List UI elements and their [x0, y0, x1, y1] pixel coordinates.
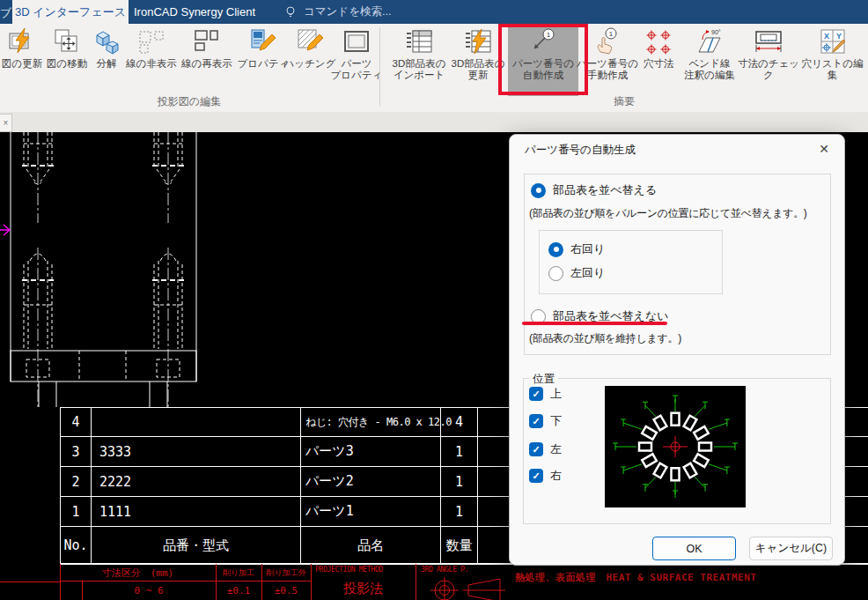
- parts-table-cell: パーツ1: [301, 497, 441, 527]
- hole-list-icon: XY: [819, 27, 847, 56]
- parts-table-cell: パーツ3: [301, 437, 441, 467]
- ribbon-button-explode[interactable]: 分解: [87, 26, 126, 96]
- radio-clockwise-label: 右回り: [570, 241, 605, 257]
- parts-table-cell: 2222: [92, 467, 301, 497]
- tab-3d-interface[interactable]: 3D インターフェース: [12, 0, 129, 24]
- ribbon-button-label: 穴寸法: [644, 58, 674, 70]
- parts-table-header-cell: No.: [61, 527, 92, 564]
- balloon-auto-dialog: パーツ番号の自動生成 ✕ 部品表を並べ替える (部品表の並び順をバルーンの位置に…: [509, 134, 845, 566]
- svg-text:1: 1: [547, 31, 551, 39]
- lightbulb-icon: [283, 5, 298, 19]
- ribbon-button-part-properties[interactable]: パーツ プロパティ: [329, 26, 384, 96]
- ribbon-group-label-projection-edit: 投影図の編集: [0, 94, 379, 110]
- ribbon-button-bend-annotation[interactable]: 90°ベンド線 注釈の編集: [678, 26, 741, 96]
- dimension-check-icon: [754, 27, 783, 56]
- ribbon-button-move-drawing[interactable]: 図の移動: [40, 26, 93, 96]
- checkbox-position-3[interactable]: ✓右: [529, 468, 562, 484]
- parts-table-cell: 1111: [92, 497, 301, 527]
- svg-text:Y: Y: [835, 32, 841, 41]
- parts-table-header-cell: 品名: [301, 527, 441, 564]
- svg-text:1: 1: [609, 30, 614, 38]
- tab-partial[interactable]: ブ: [0, 5, 11, 21]
- parts-table-cell: 2: [61, 467, 92, 497]
- ribbon-button-label: 穴リストの編集: [797, 58, 868, 81]
- ribbon-button-label: 寸法のチェック: [735, 58, 802, 81]
- explode-icon: [92, 27, 121, 56]
- third-angle-label: 3RD ANGLE P.: [421, 566, 468, 574]
- radio-checked-icon: [531, 183, 546, 198]
- checkbox-checked-icon: ✓: [529, 414, 543, 428]
- parts-table-cell: 1: [441, 467, 478, 497]
- parts-table-cell: 4: [441, 408, 478, 437]
- radio-no-sort-label: 部品表を並べ替えない: [553, 308, 669, 324]
- ok-button[interactable]: OK: [652, 537, 736, 560]
- ribbon-button-bom-import[interactable]: 3D部品表の インポート: [386, 26, 452, 96]
- parts-table-header-cell: 品番・型式: [92, 527, 301, 564]
- document-tab-strip: ×: [0, 112, 868, 133]
- tab-ironcad-synergy-client[interactable]: IronCAD Synergy Client: [132, 0, 257, 24]
- ribbon-button-label: 線の再表示: [181, 58, 232, 70]
- ironcad-window: ブ 3D インターフェース IronCAD Synergy Client コマン…: [0, 0, 868, 600]
- dialog-close-icon[interactable]: ✕: [813, 139, 835, 159]
- parts-table-cell: 3: [61, 437, 92, 467]
- parts-table-header-cell: 数量: [441, 527, 478, 564]
- unmachined-tol: ±0.5: [261, 585, 311, 596]
- checkbox-position-2[interactable]: ✓左: [529, 441, 562, 457]
- parts-table-cell: 3333: [92, 437, 301, 467]
- ribbon-button-dimension-check[interactable]: 寸法のチェック: [735, 26, 802, 96]
- parts-table-cell: 4: [61, 408, 92, 437]
- radio-sort-bom[interactable]: 部品表を並べ替える: [531, 182, 657, 198]
- bom-update-icon: [464, 27, 492, 56]
- hole-dimension-icon: [644, 27, 673, 56]
- parts-table-cell: 1: [441, 437, 478, 467]
- radio-clockwise[interactable]: 右回り: [548, 241, 605, 257]
- checkbox-checked-icon: ✓: [529, 442, 543, 456]
- radio-unchecked-icon: [531, 309, 546, 324]
- radio-no-sort[interactable]: 部品表を並べ替えない: [531, 308, 669, 324]
- hatching-icon: [296, 27, 324, 56]
- ribbon: 図の更新図の移動分解線の非表示線の再表示プロパティハッチングパーツ プロパティ3…: [0, 24, 868, 113]
- ribbon-button-label: 図の移動: [47, 58, 87, 70]
- ribbon-button-label: 図の更新: [2, 58, 42, 70]
- projection-method-label: PROJECTION METHOD: [315, 566, 383, 574]
- show-lines-icon: [193, 27, 221, 56]
- properties-icon: [249, 27, 277, 56]
- checkbox-position-0[interactable]: ✓上: [529, 386, 562, 402]
- ribbon-button-hole-list[interactable]: XY穴リストの編集: [797, 26, 868, 96]
- ribbon-button-label: 線の非表示: [126, 58, 177, 70]
- balloon-manual-icon: 1: [593, 27, 622, 56]
- dialog-title: パーツ番号の自動生成: [525, 143, 636, 158]
- ribbon-button-balloon-auto[interactable]: 1パーツ番号の 自動作成: [508, 26, 578, 96]
- unmachined-label: 削り加工外: [261, 567, 311, 579]
- balloon-preview-image: [605, 386, 746, 507]
- checkbox-label: 左: [550, 441, 562, 457]
- command-search-placeholder: コマンドを検索...: [304, 4, 391, 19]
- bend-annotation-icon: 90°: [695, 27, 724, 56]
- radio-counterclockwise[interactable]: 左回り: [548, 265, 605, 281]
- machined-label: 削り加工: [216, 567, 261, 579]
- dim-range: 0 ~ 6: [82, 585, 216, 596]
- ribbon-button-label: 3D部品表の インポート: [393, 58, 446, 81]
- hide-lines-icon: [137, 27, 166, 56]
- machined-tol: ±0.1: [216, 585, 261, 596]
- heat-treatment-note: 熱処理、表面処理 HEAT & SURFACE TREATMENT: [515, 571, 756, 584]
- ribbon-button-hole-dimension[interactable]: 穴寸法: [638, 26, 679, 96]
- view-arrow-marker: [0, 225, 10, 235]
- checkbox-position-1[interactable]: ✓下: [529, 413, 562, 429]
- command-search[interactable]: コマンドを検索...: [283, 0, 391, 24]
- ribbon-button-show-lines[interactable]: 線の再表示: [178, 26, 236, 96]
- ribbon-button-label: ハッチング: [284, 58, 336, 70]
- svg-text:90°: 90°: [711, 29, 721, 35]
- parts-table-cell: パーツ2: [301, 467, 441, 497]
- ribbon-button-hide-lines[interactable]: 線の非表示: [122, 26, 180, 96]
- ribbon-group-label-summary: 摘要: [380, 94, 868, 110]
- ribbon-button-balloon-manual[interactable]: 1パーツ番号の 手動作成: [572, 26, 643, 96]
- ribbon-button-bom-update[interactable]: 3D部品表の 更新: [445, 26, 511, 96]
- direction-group-box: [539, 230, 723, 294]
- document-tab-close-icon[interactable]: ×: [0, 114, 12, 132]
- checkbox-label: 上: [550, 386, 562, 402]
- part-properties-icon: [342, 27, 371, 56]
- checkbox-checked-icon: ✓: [529, 387, 543, 401]
- third-angle-projection-symbol: [421, 575, 518, 600]
- cancel-button[interactable]: キャンセル(C): [749, 537, 833, 560]
